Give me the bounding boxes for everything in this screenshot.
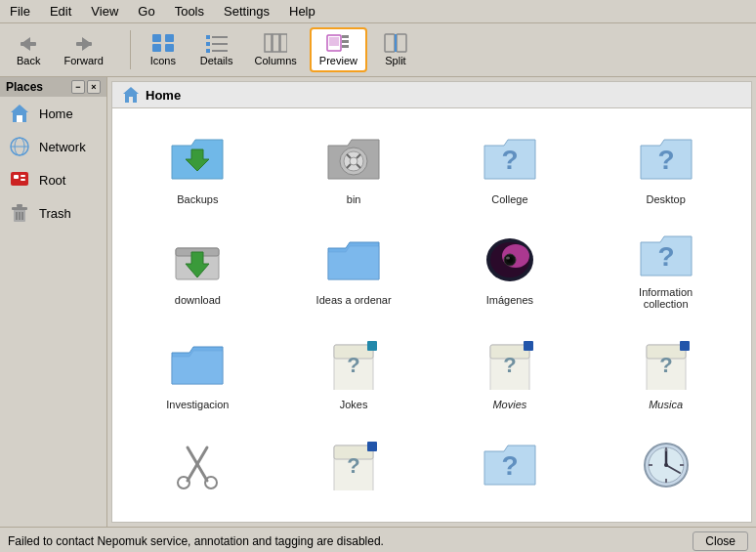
svg-text:?: ?: [503, 353, 516, 377]
menu-view[interactable]: View: [85, 2, 124, 21]
svg-rect-13: [212, 50, 228, 52]
sidebar-home-label: Home: [39, 106, 73, 121]
unknown-4-icon: ?: [322, 433, 385, 495]
folder-musica[interactable]: ? Musica: [590, 323, 741, 419]
close-button[interactable]: Close: [693, 531, 748, 551]
nav-buttons: Back Forward: [6, 28, 114, 71]
toolbar-separator-1: [130, 30, 131, 69]
preview-view-icon: [326, 33, 350, 53]
svg-point-73: [178, 477, 189, 488]
svg-rect-77: [367, 442, 377, 451]
forward-icon: [72, 33, 96, 55]
folder-download[interactable]: download: [122, 219, 273, 318]
jokes-label: Jokes: [340, 399, 368, 410]
forward-button[interactable]: Forward: [53, 28, 113, 71]
svg-point-57: [506, 257, 510, 260]
sidebar-minimize-button[interactable]: −: [71, 80, 85, 94]
columns-view-icon: [264, 33, 287, 53]
folder-investigacion[interactable]: Investigacion: [122, 323, 273, 419]
investigacion-label: Investigacion: [166, 399, 229, 410]
toolbar: Back Forward Icons Details: [0, 23, 756, 77]
svg-rect-12: [206, 49, 210, 53]
folder-jokes[interactable]: ? Jokes: [278, 323, 430, 419]
sidebar-item-root[interactable]: Root: [0, 163, 106, 196]
college-icon: ?: [479, 127, 541, 190]
folder-unknown-4[interactable]: ?: [278, 424, 430, 512]
svg-rect-4: [152, 34, 161, 42]
svg-rect-7: [165, 44, 174, 52]
svg-rect-33: [21, 179, 25, 181]
clock-icon: [635, 433, 697, 495]
root-icon: [8, 168, 31, 191]
svg-rect-35: [12, 207, 27, 210]
menu-tools[interactable]: Tools: [169, 2, 210, 21]
movies-label: Movies: [492, 399, 526, 410]
menu-settings[interactable]: Settings: [218, 2, 275, 21]
folder-information[interactable]: ? Information collection: [590, 219, 741, 318]
folder-clock[interactable]: [590, 424, 741, 512]
sidebar-item-home[interactable]: Home: [0, 97, 106, 130]
status-message: Failed to contact Nepomuk service, annot…: [8, 534, 384, 548]
svg-rect-21: [342, 45, 349, 48]
svg-rect-22: [385, 34, 395, 52]
sidebar-root-label: Root: [39, 173, 65, 188]
sidebar-network-label: Network: [39, 140, 86, 154]
svg-rect-15: [273, 34, 279, 52]
sidebar-title: Places: [6, 80, 43, 94]
musica-label: Musica: [649, 399, 683, 410]
menu-help[interactable]: Help: [283, 2, 321, 21]
folder-unknown-5[interactable]: ?: [435, 424, 586, 512]
details-view-icon: [205, 33, 229, 53]
folder-bin[interactable]: bin: [278, 118, 430, 214]
download-label: download: [175, 294, 221, 306]
network-icon: [8, 135, 31, 158]
musica-icon: ?: [635, 332, 697, 395]
sidebar-item-network[interactable]: Network: [0, 130, 106, 163]
sidebar-header: Places − ×: [0, 77, 106, 97]
svg-point-46: [350, 157, 357, 165]
sidebar-close-button[interactable]: ×: [87, 80, 101, 94]
folder-scissors[interactable]: [122, 424, 273, 512]
unknown-5-icon: ?: [479, 433, 541, 495]
svg-rect-19: [342, 35, 349, 38]
preview-button[interactable]: Preview: [310, 27, 367, 72]
college-label: College: [491, 193, 527, 205]
columns-button[interactable]: Columns: [245, 28, 305, 71]
investigacion-icon: [166, 332, 229, 395]
jokes-icon: ?: [322, 332, 385, 395]
svg-text:?: ?: [347, 453, 359, 478]
sidebar-header-buttons: − ×: [71, 80, 101, 94]
folder-desktop[interactable]: ? Desktop: [590, 118, 741, 214]
menu-go[interactable]: Go: [132, 2, 160, 21]
bin-icon: [322, 127, 385, 190]
imagenes-label: Imágenes: [486, 294, 533, 306]
svg-rect-3: [76, 42, 92, 46]
icons-view-icon: [151, 33, 175, 53]
svg-rect-18: [329, 37, 339, 46]
split-view-icon: [384, 33, 407, 53]
back-button[interactable]: Back: [6, 28, 51, 71]
bin-label: bin: [347, 193, 361, 205]
folder-movies[interactable]: ? Movies: [435, 323, 586, 419]
download-icon: [166, 228, 229, 290]
icons-button[interactable]: Icons: [139, 28, 188, 71]
folder-imagenes[interactable]: Imágenes: [435, 219, 586, 318]
sidebar-item-trash[interactable]: Trash: [0, 196, 106, 230]
folder-ideas[interactable]: Ideas a ordenar: [278, 219, 430, 318]
folder-backups[interactable]: Backups: [122, 118, 273, 214]
statusbar: Failed to contact Nepomuk service, annot…: [0, 527, 756, 552]
sidebar-trash-label: Trash: [39, 206, 71, 221]
svg-text:?: ?: [657, 145, 674, 175]
back-icon: [17, 33, 40, 55]
menu-edit[interactable]: Edit: [44, 2, 77, 21]
split-button[interactable]: Split: [371, 28, 420, 71]
menu-file[interactable]: File: [4, 2, 36, 21]
folder-college[interactable]: ? College: [435, 118, 586, 214]
details-button[interactable]: Details: [191, 28, 242, 71]
svg-rect-8: [206, 35, 210, 39]
svg-rect-32: [21, 175, 25, 177]
backups-icon: [166, 127, 229, 190]
svg-point-84: [664, 463, 668, 467]
svg-point-74: [205, 477, 217, 488]
backups-label: Backups: [177, 193, 218, 205]
